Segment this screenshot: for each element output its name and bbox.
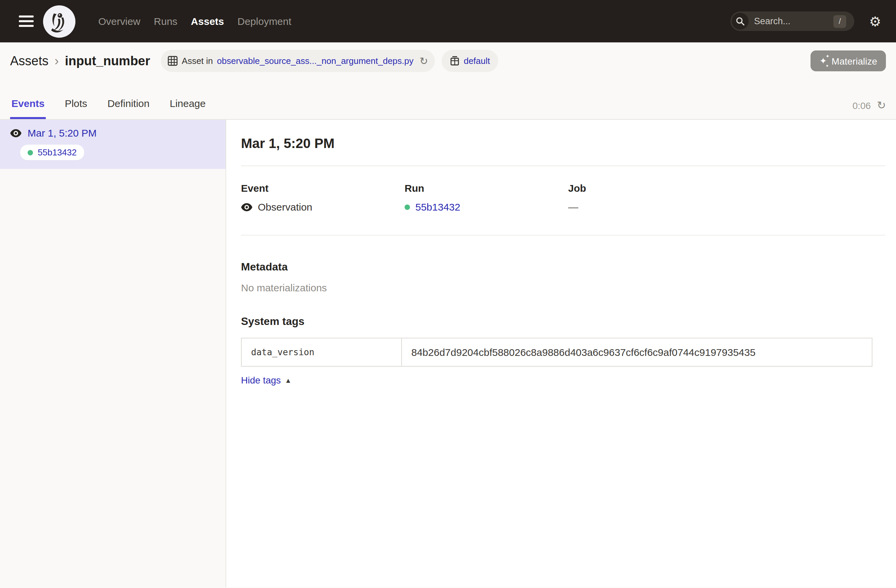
asset-in-label: Asset in: [182, 56, 213, 66]
asset-definition-file-link[interactable]: observable_source_ass..._non_argument_de…: [217, 56, 414, 66]
refresh-icon[interactable]: ↻: [877, 100, 886, 111]
sparkles-icon: ✦ ✦ ✦: [820, 56, 827, 65]
top-nav: Overview Runs Assets Deployment Search..…: [0, 0, 896, 43]
asset-tabs: Events Plots Definition Lineage: [10, 97, 207, 119]
settings-gear-icon[interactable]: ⚙: [869, 14, 881, 28]
breadcrumb-separator: ›: [55, 53, 59, 68]
caret-up-icon: ▲: [285, 377, 291, 384]
observation-eye-icon: [10, 129, 21, 137]
search-icon: [732, 13, 748, 30]
job-column-label: Job: [568, 182, 732, 194]
refresh-elapsed-time: 0:06: [853, 100, 871, 111]
run-id-link[interactable]: 55b13432: [415, 201, 460, 213]
asset-definition-badge: Asset in observable_source_ass..._non_ar…: [161, 50, 435, 72]
run-status-dot: [27, 150, 33, 155]
tag-value-cell: 84b26d7d9204cbf588026c8a9886d403a6c9637c…: [402, 339, 872, 366]
search-input[interactable]: Search... /: [730, 11, 854, 31]
search-shortcut-badge: /: [834, 15, 846, 27]
run-status-dot: [405, 204, 410, 210]
content-area: Mar 1, 5:20 PM 55b13432 Mar 1, 5:20 PM E…: [0, 120, 896, 587]
materialize-button[interactable]: ✦ ✦ ✦ Materialize: [811, 50, 886, 71]
search-placeholder: Search...: [754, 16, 790, 26]
tab-lineage[interactable]: Lineage: [168, 97, 207, 119]
tab-definition[interactable]: Definition: [106, 97, 151, 119]
metadata-heading: Metadata: [241, 261, 885, 273]
repo-grid-icon: [450, 56, 460, 66]
divider: [241, 235, 885, 236]
menu-icon[interactable]: [19, 15, 34, 27]
reload-definition-icon[interactable]: ↻: [420, 55, 428, 67]
observation-eye-icon: [241, 203, 253, 211]
run-column-label: Run: [405, 182, 568, 194]
materialize-button-label: Materialize: [832, 56, 877, 66]
nav-item-runs[interactable]: Runs: [154, 15, 177, 27]
primary-nav: Overview Runs Assets Deployment: [98, 15, 291, 27]
dagster-asset-page: Overview Runs Assets Deployment Search..…: [0, 0, 896, 588]
event-run-chip[interactable]: 55b13432: [20, 144, 84, 160]
tab-plots[interactable]: Plots: [63, 97, 88, 119]
auto-refresh-control: 0:06 ↻: [853, 100, 886, 119]
job-column: Job —: [568, 182, 732, 213]
asset-table-icon: [168, 56, 178, 66]
event-timestamp-link[interactable]: Mar 1, 5:20 PM: [27, 127, 97, 138]
dagster-logo-icon[interactable]: [43, 5, 75, 37]
asset-tabs-bar: Events Plots Definition Lineage 0:06 ↻: [0, 79, 896, 120]
page-title: input_number: [65, 53, 150, 68]
system-tags-table: data_version 84b26d7d9204cbf588026c8a988…: [241, 338, 872, 367]
repo-badge: default: [442, 50, 498, 72]
event-detail-title: Mar 1, 5:20 PM: [241, 136, 885, 151]
tag-key-cell: data_version: [242, 339, 402, 366]
run-column: Run 55b13432: [405, 182, 568, 213]
tab-events[interactable]: Events: [10, 97, 46, 119]
nav-item-assets[interactable]: Assets: [191, 15, 224, 27]
hide-tags-label: Hide tags: [241, 375, 281, 386]
event-list-item-selected[interactable]: Mar 1, 5:20 PM 55b13432: [0, 120, 226, 169]
breadcrumb-assets-link[interactable]: Assets: [10, 53, 49, 68]
repo-default-link[interactable]: default: [464, 56, 490, 66]
event-type-value: Observation: [258, 201, 312, 213]
system-tags-heading: System tags: [241, 316, 885, 328]
events-sidebar: Mar 1, 5:20 PM 55b13432: [0, 120, 226, 587]
event-column: Event Observation: [241, 182, 405, 213]
hide-tags-toggle[interactable]: Hide tags ▲: [241, 375, 291, 386]
event-detail-panel: Mar 1, 5:20 PM Event Observation: [226, 120, 896, 587]
event-column-label: Event: [241, 182, 405, 194]
job-empty-value: —: [568, 201, 578, 213]
nav-right: Search... / ⚙: [730, 11, 881, 31]
nav-item-overview[interactable]: Overview: [98, 15, 140, 27]
run-id-link: 55b13432: [38, 147, 77, 157]
nav-item-deployment[interactable]: Deployment: [238, 15, 291, 27]
asset-header: Assets › input_number Asset in observabl…: [0, 43, 896, 79]
metadata-empty-text: No materializations: [241, 282, 885, 293]
event-summary-columns: Event Observation Run: [241, 182, 885, 213]
divider: [241, 166, 885, 166]
